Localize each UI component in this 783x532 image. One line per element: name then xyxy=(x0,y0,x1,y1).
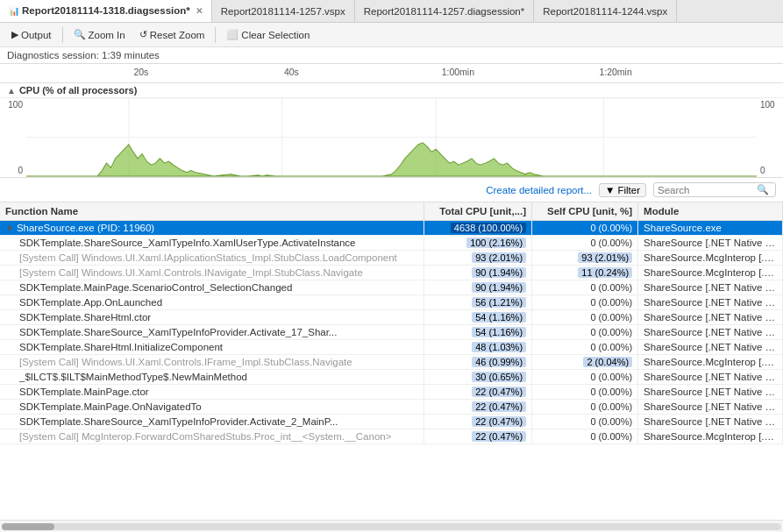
self-cpu-value: 0 (0.00%) xyxy=(590,342,632,352)
self-cpu-value: 0 (0.00%) xyxy=(590,401,632,412)
cpu-y-axis-left: 100 0 xyxy=(0,98,26,177)
module-value: ShareSource.exe xyxy=(638,221,783,236)
module-value: ShareSource [.NET Native Binary: S xyxy=(638,415,783,429)
timeline-header: Diagnostics session: 1:39 minutes xyxy=(0,47,783,64)
module-value: ShareSource.McgInterop [.NET Nat xyxy=(638,266,783,280)
create-report-button[interactable]: Create detailed report... xyxy=(486,185,592,195)
total-cpu-value: 100 (2.16%) xyxy=(466,238,526,248)
table-scroll[interactable]: Function Name Total CPU [unit,...] Self … xyxy=(0,202,783,520)
y-min-right-label: 0 xyxy=(760,166,779,175)
timeline-axis: 20s 40s 1:00min 1:20min xyxy=(0,64,783,83)
table-row[interactable]: SDKTemplate.MainPage.ctor22 (0.47%)0 (0.… xyxy=(0,385,783,400)
total-cpu-value: 22 (0.47%) xyxy=(472,387,526,397)
module-value: ShareSource [.NET Native Binary: S xyxy=(638,385,783,400)
tab-label: Report20181114-1318.diagsession* xyxy=(22,5,190,16)
self-cpu-value: 0 (0.00%) xyxy=(590,327,632,337)
function-name: SDKTemplate.ShareSource_XamlTypeInfo.Xam… xyxy=(19,238,356,248)
module-value: ShareSource.McgInterop [.NET Nat xyxy=(638,251,783,266)
total-cpu-value: 30 (0.65%) xyxy=(472,372,526,382)
table-body: ▼ ShareSource.exe (PID: 11960)4638 (100.… xyxy=(0,221,783,444)
table-row[interactable]: SDKTemplate.ShareSource_XamlTypeInfo.Xam… xyxy=(0,236,783,251)
col-header-module[interactable]: Module xyxy=(638,202,783,221)
table-row[interactable]: [System Call] Windows.UI.Xaml.Controls.I… xyxy=(0,266,783,280)
function-name: SDKTemplate.MainPage.OnNavigatedTo xyxy=(19,401,202,412)
toolbar-separator-2 xyxy=(215,27,216,43)
tab-vspx-1244[interactable]: Report20181114-1244.vspx xyxy=(534,0,677,22)
module-value: ShareSource [.NET Native Binary: S xyxy=(638,310,783,325)
tab-diagsession-1257[interactable]: Report20181114-1257.diagsession* xyxy=(355,0,535,22)
function-name: SDKTemplate.ShareSource_XamlTypeInfoProv… xyxy=(19,416,338,427)
data-table: Function Name Total CPU [unit,...] Self … xyxy=(0,202,783,444)
total-cpu-value: 22 (0.47%) xyxy=(472,401,526,412)
function-name: [System Call] Windows.UI.Xaml.Controls.I… xyxy=(19,357,352,367)
clear-selection-button[interactable]: ⬜ Clear Selection xyxy=(220,26,316,43)
cpu-y-axis-right: 100 0 xyxy=(757,98,783,177)
self-cpu-value: 0 (0.00%) xyxy=(590,372,632,382)
total-cpu-value: 54 (1.16%) xyxy=(472,312,526,323)
cpu-chart[interactable] xyxy=(26,98,757,177)
tab-diagsession-1318[interactable]: 📊 Report20181114-1318.diagsession* ✕ xyxy=(0,0,212,22)
self-cpu-value: 0 (0.00%) xyxy=(590,431,632,442)
module-value: ShareSource [.NET Native Binary: S xyxy=(638,295,783,310)
table-row[interactable]: ▼ ShareSource.exe (PID: 11960)4638 (100.… xyxy=(0,221,783,236)
reset-zoom-button[interactable]: ↺ Reset Zoom xyxy=(133,26,211,43)
self-cpu-value: 0 (0.00%) xyxy=(590,297,632,308)
scroll-thumb[interactable] xyxy=(2,523,54,530)
function-name: SDKTemplate.App.OnLaunched xyxy=(19,297,162,308)
cpu-chart-container: 100 0 100 xyxy=(0,98,783,177)
table-row[interactable]: SDKTemplate.ShareHtml.InitializeComponen… xyxy=(0,340,783,355)
filter-icon: ▼ xyxy=(605,185,615,195)
function-name: [System Call] Windows.UI.Xaml.IApplicati… xyxy=(19,252,397,263)
table-row[interactable]: SDKTemplate.MainPage.OnNavigatedTo22 (0.… xyxy=(0,400,783,415)
table-row[interactable]: [System Call] Windows.UI.Xaml.Controls.I… xyxy=(0,355,783,370)
col-header-total-cpu[interactable]: Total CPU [unit,...] xyxy=(424,202,532,221)
axis-label-40s: 40s xyxy=(284,67,299,77)
tab-label: Report20181114-1257.diagsession* xyxy=(364,6,525,17)
filter-button[interactable]: ▼ Filter xyxy=(599,183,646,197)
table-row[interactable]: SDKTemplate.ShareSource_XamlTypeInfoProv… xyxy=(0,325,783,340)
table-row[interactable]: _$ILCT$.$ILT$MainMethodType$.NewMainMeth… xyxy=(0,370,783,385)
function-name: _$ILCT$.$ILT$MainMethodType$.NewMainMeth… xyxy=(19,372,247,382)
scroll-track[interactable] xyxy=(2,523,781,530)
tab-vspx-1257[interactable]: Report20181114-1257.vspx xyxy=(212,0,355,22)
tab-close-icon[interactable]: ✕ xyxy=(196,6,203,16)
col-header-function[interactable]: Function Name xyxy=(0,202,424,221)
table-row[interactable]: SDKTemplate.MainPage.ScenarioControl_Sel… xyxy=(0,280,783,295)
data-table-container: Function Name Total CPU [unit,...] Self … xyxy=(0,202,783,532)
function-name: [System Call] McgInterop.ForwardComShare… xyxy=(19,431,391,442)
table-row[interactable]: SDKTemplate.App.OnLaunched56 (1.21%)0 (0… xyxy=(0,295,783,310)
function-name: SDKTemplate.MainPage.ctor xyxy=(19,387,149,397)
axis-label-20s: 20s xyxy=(133,67,148,77)
total-cpu-value: 90 (1.94%) xyxy=(472,282,526,293)
table-row[interactable]: [System Call] Windows.UI.Xaml.IApplicati… xyxy=(0,251,783,266)
self-cpu-value: 0 (0.00%) xyxy=(590,387,632,397)
search-input[interactable] xyxy=(658,185,754,195)
table-row[interactable]: SDKTemplate.ShareSource_XamlTypeInfoProv… xyxy=(0,415,783,429)
table-header-row: Function Name Total CPU [unit,...] Self … xyxy=(0,202,783,221)
session-label: Diagnostics session: 1:39 minutes xyxy=(7,50,160,60)
tab-bar: 📊 Report20181114-1318.diagsession* ✕ Rep… xyxy=(0,0,783,23)
y-max-right-label: 100 xyxy=(760,100,779,110)
search-box: 🔍 xyxy=(653,182,776,197)
bottom-scroll[interactable] xyxy=(0,520,783,532)
output-button[interactable]: ▶ Output xyxy=(5,26,58,43)
y-min-label: 0 xyxy=(4,166,23,175)
collapse-icon[interactable]: ▼ xyxy=(5,223,14,233)
function-name: SDKTemplate.MainPage.ScenarioControl_Sel… xyxy=(19,282,292,293)
toolbar: ▶ Output 🔍 Zoom In ↺ Reset Zoom ⬜ Clear … xyxy=(0,23,783,47)
search-icon: 🔍 xyxy=(757,184,769,195)
table-row[interactable]: SDKTemplate.ShareHtml.ctor54 (1.16%)0 (0… xyxy=(0,310,783,325)
total-cpu-value: 54 (1.16%) xyxy=(472,327,526,337)
total-cpu-value: 90 (1.94%) xyxy=(472,267,526,278)
total-cpu-value: 93 (2.01%) xyxy=(472,252,526,263)
zoom-in-button[interactable]: 🔍 Zoom In xyxy=(68,26,132,43)
total-cpu-value: 48 (1.03%) xyxy=(472,342,526,352)
module-value: ShareSource [.NET Native Binary: S xyxy=(638,236,783,251)
zoom-in-label: Zoom In xyxy=(89,30,125,40)
output-label: Output xyxy=(21,30,52,40)
self-cpu-value: 0 (0.00%) xyxy=(590,223,632,233)
col-header-self-cpu[interactable]: Self CPU [unit, %] xyxy=(532,202,638,221)
self-cpu-value: 0 (0.00%) xyxy=(590,312,632,323)
table-row[interactable]: [System Call] McgInterop.ForwardComShare… xyxy=(0,429,783,444)
function-name: SDKTemplate.ShareHtml.ctor xyxy=(19,312,151,323)
